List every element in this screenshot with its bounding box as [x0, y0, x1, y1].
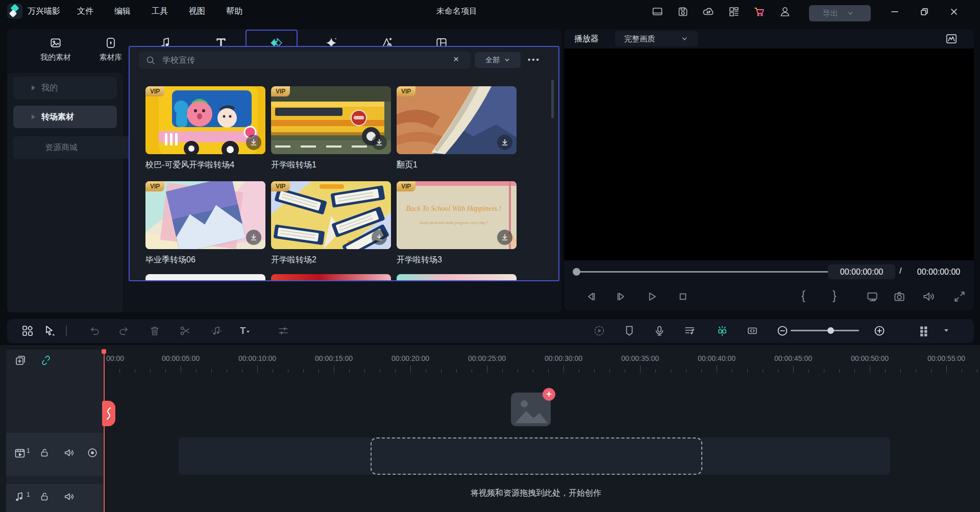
media-layout-icon[interactable]	[21, 325, 34, 337]
audio-to-text-icon[interactable]	[683, 325, 696, 337]
save-icon[interactable]	[677, 6, 689, 18]
quality-dropdown[interactable]: 完整画质	[615, 31, 698, 46]
filter-dropdown[interactable]: 全部	[475, 52, 521, 68]
transition-item[interactable]: VIP 毕业季转场06	[145, 181, 265, 265]
download-icon[interactable]	[246, 135, 261, 150]
menu-view[interactable]: 视图	[186, 5, 208, 18]
download-icon[interactable]	[246, 230, 261, 245]
add-media-plus-icon[interactable]: +	[543, 388, 555, 401]
select-cursor-icon[interactable]	[43, 325, 56, 337]
app-name: 万兴喵影	[28, 0, 60, 23]
download-icon[interactable]	[497, 135, 512, 150]
minimize-button[interactable]	[890, 7, 899, 16]
sidebar-item-transition-media[interactable]: 转场素材	[13, 106, 117, 128]
device-preview-icon[interactable]	[651, 6, 664, 18]
transition-item[interactable]: VIP 开学啦转场1	[271, 86, 391, 170]
auto-beat-sync-icon[interactable]	[716, 325, 728, 337]
transition-item[interactable]: VIP 开学啦转场2	[271, 181, 391, 265]
marker-icon[interactable]	[623, 325, 635, 337]
stop-button[interactable]	[676, 290, 690, 303]
mute-track-icon[interactable]	[63, 491, 76, 503]
search-input[interactable]	[161, 55, 429, 65]
transition-thumbnail[interactable]: Back To School With Happiness ! Study ha…	[397, 181, 517, 249]
menu-tools[interactable]: 工具	[149, 5, 170, 18]
mute-track-icon[interactable]	[63, 447, 76, 459]
menu-edit[interactable]: 编辑	[112, 5, 133, 18]
ruler-tick	[579, 369, 579, 373]
transition-item[interactable]: Back To School With Happiness ! Study ha…	[397, 181, 517, 265]
add-clip-to-track-icon[interactable]	[14, 354, 27, 367]
transition-thumbnail[interactable]: VIP	[145, 86, 265, 154]
download-icon[interactable]	[372, 135, 387, 150]
download-icon[interactable]	[372, 230, 387, 245]
redo-icon[interactable]	[117, 325, 130, 337]
transition-thumbnail-partial[interactable]	[271, 274, 391, 281]
mark-in-icon[interactable]: {	[801, 289, 805, 303]
track-manager-icon[interactable]	[918, 325, 930, 337]
fullscreen-button[interactable]	[953, 290, 966, 303]
more-options-icon[interactable]: •••	[528, 55, 541, 64]
account-icon[interactable]	[779, 6, 791, 18]
scrubber-knob[interactable]	[573, 268, 580, 276]
transport-controls: { }	[564, 283, 974, 310]
transition-thumbnail-partial[interactable]	[145, 274, 265, 281]
delete-icon[interactable]	[149, 325, 161, 337]
transition-thumbnail-partial[interactable]	[397, 274, 517, 281]
split-scissors-icon[interactable]	[179, 325, 191, 337]
menu-file[interactable]: 文件	[75, 5, 96, 18]
transition-thumbnail[interactable]: VIP	[145, 181, 265, 249]
download-icon[interactable]	[497, 230, 512, 245]
previous-frame-button[interactable]	[585, 290, 598, 303]
adjust-icon[interactable]	[277, 325, 289, 337]
undo-icon[interactable]	[89, 325, 101, 337]
zoom-slider-knob[interactable]	[827, 327, 834, 334]
play-button[interactable]	[645, 290, 658, 303]
playhead-handle[interactable]	[102, 349, 106, 354]
cloud-sync-icon[interactable]	[702, 6, 715, 18]
render-preview-icon[interactable]	[593, 325, 605, 337]
restore-button[interactable]	[920, 7, 929, 16]
tab-my-media[interactable]: 我的素材	[30, 34, 81, 68]
add-text-icon[interactable]: T	[240, 325, 252, 337]
display-output-button[interactable]	[866, 290, 879, 303]
media-drop-zone[interactable]	[371, 437, 702, 475]
browser-scrollbar[interactable]	[551, 80, 554, 118]
ruler-tick	[916, 369, 916, 373]
mark-out-icon[interactable]: }	[832, 289, 837, 303]
volume-button[interactable]	[922, 290, 935, 303]
link-clips-icon[interactable]	[40, 354, 52, 367]
lock-track-icon[interactable]	[39, 491, 51, 503]
playhead-split-badge[interactable]	[102, 401, 115, 426]
vip-badge: VIP	[397, 86, 415, 96]
transition-thumbnail[interactable]: VIP	[271, 86, 391, 154]
close-button[interactable]	[949, 7, 959, 16]
snapshot-camera-button[interactable]	[893, 290, 906, 303]
export-button[interactable]: 导出	[809, 5, 871, 21]
beat-detect-icon[interactable]	[210, 325, 223, 337]
timeline-ruler[interactable]: 00:0000:00:05:0000:00:10:0000:00:15:0000…	[104, 345, 980, 376]
transition-item[interactable]: VIP 校巴-可爱风开学啦转场4	[145, 86, 265, 170]
menu-help[interactable]: 帮助	[224, 5, 245, 18]
zoom-out-icon[interactable]	[776, 325, 789, 337]
voiceover-mic-icon[interactable]	[653, 325, 666, 337]
transition-item[interactable]: VIP 翻页1	[397, 86, 517, 170]
transition-thumbnail[interactable]: VIP	[271, 181, 391, 249]
sidebar-item-mine[interactable]: 我的	[13, 77, 117, 99]
lock-track-icon[interactable]	[39, 447, 51, 459]
track-manager-dropdown-icon[interactable]	[943, 327, 955, 339]
ruler-tick	[502, 369, 503, 373]
hide-track-eye-icon[interactable]	[87, 447, 99, 459]
store-cart-icon[interactable]	[753, 6, 766, 18]
zoom-in-icon[interactable]	[873, 325, 886, 337]
scopes-icon[interactable]	[945, 32, 958, 45]
transition-thumbnail[interactable]: VIP	[397, 86, 517, 154]
fit-timeline-icon[interactable]	[746, 325, 758, 337]
clear-search-icon[interactable]: ×	[453, 54, 459, 65]
layout-grid-icon[interactable]	[728, 6, 740, 18]
zoom-slider-track[interactable]	[791, 330, 859, 331]
playhead-line[interactable]	[104, 349, 105, 512]
search-field[interactable]	[139, 52, 471, 69]
window-controls	[890, 0, 959, 23]
next-frame-button[interactable]	[614, 290, 627, 303]
tab-label: 素材库	[100, 53, 122, 62]
